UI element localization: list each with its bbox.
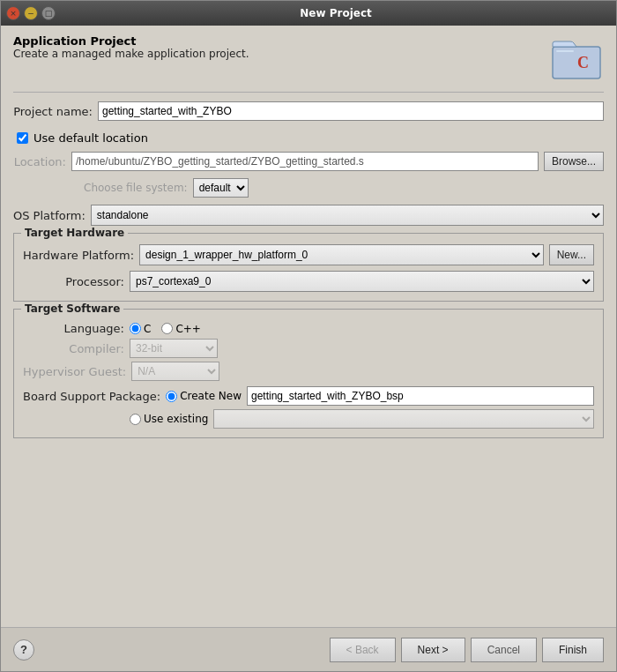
hw-platform-select[interactable]: design_1_wrapper_hw_platform_0 (139, 244, 544, 265)
minimize-button[interactable]: − (24, 6, 38, 20)
back-button[interactable]: < Back (330, 638, 396, 662)
header-text: Application Project Create a managed mak… (13, 34, 249, 60)
main-content: Application Project Create a managed mak… (1, 26, 616, 627)
location-row: Location: Browse... (13, 152, 604, 171)
bottom-left: ? (13, 639, 34, 661)
lang-cpp-option[interactable]: C++ (161, 323, 201, 335)
os-platform-row: OS Platform: standalone (13, 205, 604, 226)
bsp-use-existing-radio[interactable] (130, 414, 141, 425)
filesystem-label: Choose file system: (84, 182, 188, 194)
bottom-bar: ? < Back Next > Cancel Finish (1, 627, 616, 671)
lang-c-radio[interactable] (130, 323, 141, 334)
project-name-row: Project name: (13, 101, 604, 121)
sw-inner: Language: C C++ Compiler: (23, 322, 594, 429)
os-platform-select[interactable]: standalone (91, 205, 604, 226)
hypervisor-select[interactable]: N/A (131, 362, 219, 381)
lang-c-option[interactable]: C (130, 323, 151, 335)
hypervisor-label: Hypervisor Guest: (23, 365, 126, 378)
use-default-location-row: Use default location (17, 131, 604, 145)
processor-label: Processor: (23, 275, 124, 288)
use-existing-row: Use existing (130, 409, 594, 429)
create-new-label: Create New (180, 390, 242, 402)
use-existing-select[interactable] (213, 409, 594, 429)
hw-platform-row: Hardware Platform: design_1_wrapper_hw_p… (23, 244, 594, 265)
maximize-button[interactable]: □ (41, 6, 56, 20)
target-software-title: Target Software (21, 302, 123, 315)
lang-c-label: C (144, 323, 151, 335)
folder-svg: C (551, 34, 604, 83)
titlebar: × − □ New Project (1, 1, 616, 26)
main-window: × − □ New Project Application Project Cr… (0, 0, 617, 672)
project-icon: C (551, 34, 604, 83)
filesystem-select[interactable]: default (193, 178, 249, 198)
finish-button[interactable]: Finish (542, 638, 604, 662)
processor-select[interactable]: ps7_cortexa9_0 (130, 271, 594, 292)
use-default-location-checkbox[interactable] (17, 132, 28, 144)
header-row: Application Project Create a managed mak… (13, 34, 604, 83)
use-existing-option[interactable]: Use existing (130, 413, 208, 425)
language-label: Language: (23, 322, 124, 335)
compiler-row: Compiler: 32-bit (23, 339, 594, 358)
bsp-label: Board Support Package: (23, 390, 160, 403)
project-type-label: Application Project (13, 34, 249, 48)
bsp-name-input[interactable] (247, 386, 594, 406)
target-hardware-title: Target Hardware (21, 227, 128, 239)
close-button[interactable]: × (6, 6, 20, 20)
location-label: Location: (13, 155, 66, 168)
bsp-create-new-radio[interactable] (166, 391, 177, 402)
bsp-row: Board Support Package: Create New (23, 386, 594, 406)
titlebar-buttons: × − □ (6, 6, 56, 20)
use-default-location-label: Use default location (33, 131, 148, 145)
next-button[interactable]: Next > (401, 638, 465, 662)
location-input[interactable] (71, 152, 539, 171)
hw-platform-label: Hardware Platform: (23, 249, 134, 262)
svg-text:C: C (577, 54, 589, 71)
language-row: Language: C C++ (23, 322, 594, 335)
compiler-label: Compiler: (23, 342, 124, 355)
create-new-option[interactable]: Create New (166, 390, 242, 402)
compiler-select[interactable]: 32-bit (130, 339, 218, 358)
window-title: New Project (61, 7, 611, 19)
hypervisor-row: Hypervisor Guest: N/A (23, 362, 594, 381)
new-hw-platform-button[interactable]: New... (549, 244, 594, 265)
os-platform-label: OS Platform: (13, 209, 85, 222)
project-name-label: Project name: (13, 105, 93, 118)
use-existing-label: Use existing (144, 413, 208, 425)
target-hardware-section: Target Hardware Hardware Platform: desig… (13, 233, 604, 302)
project-description: Create a managed make application projec… (13, 48, 249, 60)
divider-1 (13, 92, 604, 93)
bottom-buttons: < Back Next > Cancel Finish (330, 638, 604, 662)
lang-cpp-radio[interactable] (161, 323, 173, 334)
target-software-section: Target Software Language: C C++ (13, 309, 604, 438)
lang-cpp-label: C++ (175, 323, 201, 335)
help-button[interactable]: ? (13, 639, 34, 661)
svg-rect-2 (556, 50, 574, 52)
cancel-button[interactable]: Cancel (471, 638, 537, 662)
language-radio-group: C C++ (130, 323, 201, 335)
filesystem-row: Choose file system: default (84, 178, 604, 198)
processor-row: Processor: ps7_cortexa9_0 (23, 271, 594, 292)
project-name-input[interactable] (98, 101, 604, 121)
browse-button[interactable]: Browse... (544, 152, 604, 171)
